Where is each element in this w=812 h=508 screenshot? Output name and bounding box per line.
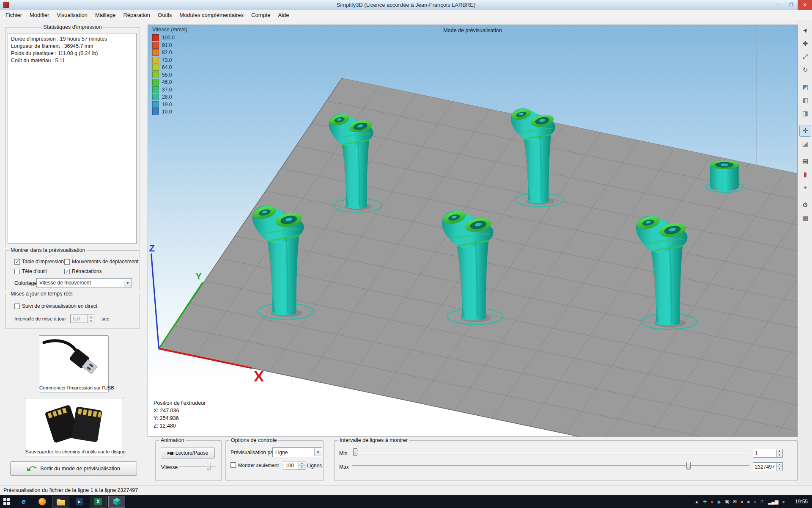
checkbox-show-only[interactable]: Montrer seulement (230, 462, 279, 468)
menu-modules[interactable]: Modules complémentaires (176, 11, 247, 19)
slider-thumb[interactable] (353, 448, 357, 456)
front-view-icon[interactable]: ◨ (799, 108, 811, 119)
tray-network-icon[interactable]: ▂▄▆ (768, 495, 779, 508)
max-line-slider[interactable] (352, 461, 749, 470)
tray-icon[interactable]: ✚ (703, 495, 707, 508)
tray-icon[interactable]: ✉ (733, 495, 737, 508)
coloring-label: Coloriage (14, 280, 37, 286)
checkbox-tete-outil[interactable]: Tête d'outil (14, 268, 47, 274)
spinner-arrows[interactable]: ▲▼ (776, 462, 783, 471)
tray-icon[interactable]: ▣ (724, 495, 729, 508)
checkbox-table-impression[interactable]: ✓ Table d'impression (14, 259, 64, 265)
tray-icon[interactable]: ▲ (694, 495, 699, 508)
legend-swatch (152, 42, 159, 49)
cube-view-icon[interactable]: ◪ (799, 138, 811, 150)
menu-reparation[interactable]: Réparation (119, 11, 154, 19)
slider-track[interactable] (352, 452, 749, 453)
preview-by-dropdown[interactable]: Ligne ▼ (272, 447, 322, 457)
start-button[interactable] (3, 498, 10, 505)
menu-outils[interactable]: Outils (154, 11, 176, 19)
checkbox-box: ✓ (14, 259, 20, 265)
menu-aide[interactable]: Aide (274, 11, 293, 19)
checkbox-live-preview[interactable]: Suivi de prévisualisation en direct (14, 303, 97, 309)
cross-section-tool-icon[interactable]: ▮ (799, 168, 811, 180)
tray-icon[interactable]: ♪ (754, 495, 756, 508)
stat-material-cost: Coût du matériau : 5.11 (11, 57, 133, 64)
pan-tool-icon[interactable]: ✥ (799, 38, 811, 50)
taskbar-internet-explorer-icon[interactable]: e (15, 496, 32, 508)
show-only-spinner[interactable]: 100 ▲▼ (283, 461, 305, 470)
play-pause-label: Lecture/Pause (176, 450, 208, 456)
spinner-down-icon: ▼ (776, 467, 782, 471)
coloring-dropdown-value: Vitesse de mouvement (39, 280, 91, 286)
legend-row: 37.0 (152, 86, 187, 93)
min-line-spinner[interactable]: 1 ▲▼ (753, 449, 783, 458)
play-pause-icon: ▶▮▮ (167, 451, 173, 455)
speed-slider[interactable] (179, 462, 216, 471)
menu-modifier[interactable]: Modifier (26, 11, 53, 19)
taskbar-excel-icon[interactable]: X (90, 496, 107, 508)
manipulate-tool-icon[interactable]: ✛ (799, 125, 811, 137)
taskbar-file-explorer-icon[interactable] (52, 496, 69, 508)
settings-gear-icon[interactable]: ⚙ (799, 199, 811, 211)
spinner-arrows[interactable]: ▲▼ (299, 461, 305, 470)
exit-preview-label: Sortir du mode de prévisualisation (40, 466, 120, 472)
checkbox-box (64, 259, 70, 265)
max-line-spinner[interactable]: 2327497 ▲▼ (753, 462, 783, 471)
iso-view-icon[interactable]: ◩ (799, 81, 811, 93)
coloring-dropdown[interactable]: Vitesse de mouvement ▼ (36, 278, 132, 287)
close-button[interactable]: ✕ (798, 0, 812, 10)
spinner-arrows[interactable]: ▲▼ (88, 315, 94, 323)
taskbar-simplify3d-icon[interactable] (108, 496, 125, 508)
taskbar-clock[interactable]: 19:55 (795, 495, 808, 508)
select-tool-icon[interactable]: ➤ (799, 25, 811, 36)
extruder-position-title: Position de l'extrudeur (154, 399, 206, 407)
tray-icon[interactable]: ● (710, 495, 713, 508)
build-plate-scene: X Y Z (148, 25, 797, 436)
checkbox-box (14, 269, 20, 274)
exit-preview-button[interactable]: Sortir du mode de prévisualisation (10, 461, 137, 476)
slider-thumb[interactable] (686, 462, 691, 469)
extruder-y: Y: 254.936 (154, 414, 206, 422)
rotate-view-tool-icon[interactable]: ↻ (799, 64, 811, 76)
spinner-arrows[interactable]: ▲▼ (776, 449, 783, 458)
update-interval-spinner[interactable]: 5,0 ▲▼ (70, 315, 94, 323)
tray-icon[interactable]: ● (741, 495, 743, 508)
taskbar-media-app-icon[interactable]: ▶ (71, 496, 88, 508)
checkbox-retractations[interactable]: ✓ Rétractations (64, 268, 102, 274)
window-title: Simplify3D (Licence accordée à Jean-Fran… (0, 0, 812, 10)
start-usb-print-button[interactable]: Commencer l'impression sur l'USB (39, 335, 109, 392)
checkbox-label: Mouvements de déplacement (72, 259, 138, 265)
sd-cards-image (29, 401, 120, 444)
min-line-slider[interactable] (352, 448, 749, 456)
tray-icon[interactable]: ◆ (717, 495, 721, 508)
taskbar-firefox-icon[interactable] (34, 496, 51, 508)
legend-swatch (152, 57, 159, 64)
show-only-value: 100 (283, 461, 299, 470)
menu-visualisation[interactable]: Visualisation (53, 11, 91, 19)
stat-plastic-weight: Poids du plastique : 111.08 g (0.24 lb) (11, 50, 133, 57)
zoom-tool-icon[interactable]: ⤢ (799, 51, 811, 63)
models-list-icon[interactable]: ▦ (799, 212, 811, 224)
slider-thumb[interactable] (207, 463, 211, 470)
stat-filament-length: Longueur de filament : 36945.7 mm (11, 43, 133, 50)
speed-legend: Vitesse (mm/s) 100.0 91.0 82.0 73.0 64.0… (152, 27, 187, 116)
measure-tool-icon[interactable]: ⌖ (799, 182, 811, 193)
restore-button[interactable]: ❐ (785, 0, 798, 10)
menu-maillage[interactable]: Maillage (91, 11, 119, 19)
top-view-icon[interactable]: ◧ (799, 94, 811, 106)
checkbox-mouvements-deplacement[interactable]: Mouvements de déplacement (64, 259, 138, 265)
tray-icon[interactable]: ⚐ (760, 495, 764, 508)
minimize-button[interactable]: ─ (772, 0, 785, 10)
preview-3d-viewport[interactable]: X Y Z Mode de prévisualisation Vitesse (… (148, 25, 798, 437)
supports-tool-icon[interactable]: ▤ (799, 155, 811, 167)
play-pause-button[interactable]: ▶▮▮ Lecture/Pause (161, 447, 215, 458)
tray-icon[interactable]: ■ (747, 495, 750, 508)
tray-icon[interactable]: ● (782, 495, 785, 508)
save-toolpaths-disk-button[interactable]: Sauvegarder les chemins d'outils sur le … (25, 398, 123, 456)
menu-fichier[interactable]: Fichier (2, 11, 26, 19)
menu-compte[interactable]: Compte (247, 11, 274, 19)
extruder-z: Z: 12.480 (154, 422, 206, 430)
status-text: Prévisualisation du fichier de la ligne … (3, 487, 138, 493)
status-bar: Prévisualisation du fichier de la ligne … (0, 485, 812, 495)
